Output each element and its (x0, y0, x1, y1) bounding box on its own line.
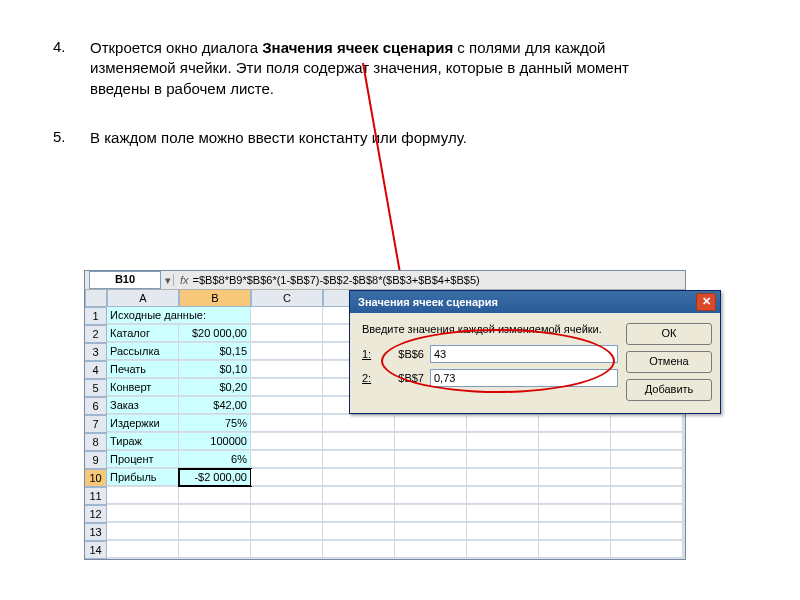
cell-A10[interactable]: Прибыль (107, 469, 179, 486)
cell-A6[interactable]: Заказ (107, 397, 179, 414)
cell-H10[interactable] (611, 469, 683, 486)
cell-B6[interactable]: $42,00 (179, 397, 251, 414)
cell-C1[interactable] (251, 307, 323, 324)
row-11[interactable]: 11 (85, 487, 107, 505)
cell-D10[interactable] (323, 469, 395, 486)
cell-B12[interactable] (179, 505, 251, 522)
cell-H9[interactable] (611, 451, 683, 468)
cell-A7[interactable]: Издержки (107, 415, 179, 432)
cell-A12[interactable] (107, 505, 179, 522)
cell-A8[interactable]: Тираж (107, 433, 179, 450)
row-1[interactable]: 1 (85, 307, 107, 325)
cell-A3[interactable]: Рассылка (107, 343, 179, 360)
cell-F12[interactable] (467, 505, 539, 522)
cell-C2[interactable] (251, 325, 323, 342)
cell-E7[interactable] (395, 415, 467, 432)
row-12[interactable]: 12 (85, 505, 107, 523)
cell-G7[interactable] (539, 415, 611, 432)
row-13[interactable]: 13 (85, 523, 107, 541)
cell-G10[interactable] (539, 469, 611, 486)
cell-C5[interactable] (251, 379, 323, 396)
row-2[interactable]: 2 (85, 325, 107, 343)
cell-E10[interactable] (395, 469, 467, 486)
cell-D12[interactable] (323, 505, 395, 522)
cell-B5[interactable]: $0,20 (179, 379, 251, 396)
formula-field[interactable]: fx =$B$8*B9*$B$6*(1-$B$7)-$B$2-$B$8*($B$… (173, 274, 685, 286)
cell-B3[interactable]: $0,15 (179, 343, 251, 360)
cell-A5[interactable]: Конверт (107, 379, 179, 396)
dialog-titlebar[interactable]: Значения ячеек сценария ✕ (350, 291, 720, 313)
cell-B2[interactable]: $20 000,00 (179, 325, 251, 342)
col-B[interactable]: B (179, 290, 251, 307)
cell-C9[interactable] (251, 451, 323, 468)
cell-E13[interactable] (395, 523, 467, 540)
cell-C13[interactable] (251, 523, 323, 540)
cell-C10[interactable] (251, 469, 323, 486)
name-box[interactable]: B10 (89, 271, 161, 289)
cell-D11[interactable] (323, 487, 395, 504)
cell-A2[interactable]: Каталог (107, 325, 179, 342)
cell-B7[interactable]: 75% (179, 415, 251, 432)
cell-E9[interactable] (395, 451, 467, 468)
col-A[interactable]: A (107, 290, 179, 307)
cell-E12[interactable] (395, 505, 467, 522)
row-8[interactable]: 8 (85, 433, 107, 451)
cell-C7[interactable] (251, 415, 323, 432)
cell-F10[interactable] (467, 469, 539, 486)
ok-button[interactable]: ОК (626, 323, 712, 345)
cell-D9[interactable] (323, 451, 395, 468)
cell-A11[interactable] (107, 487, 179, 504)
cell-B9[interactable]: 6% (179, 451, 251, 468)
cell-D14[interactable] (323, 541, 395, 558)
cell-F11[interactable] (467, 487, 539, 504)
cell-G13[interactable] (539, 523, 611, 540)
row1-input[interactable] (430, 345, 618, 363)
row-14[interactable]: 14 (85, 541, 107, 559)
row-10[interactable]: 10 (85, 469, 107, 487)
cell-C4[interactable] (251, 361, 323, 378)
cell-A13[interactable] (107, 523, 179, 540)
cancel-button[interactable]: Отмена (626, 351, 712, 373)
cell-B14[interactable] (179, 541, 251, 558)
cell-F14[interactable] (467, 541, 539, 558)
corner-cell[interactable] (85, 290, 107, 307)
cell-H14[interactable] (611, 541, 683, 558)
cell-B4[interactable]: $0,10 (179, 361, 251, 378)
dropdown-icon[interactable]: ▾ (163, 274, 173, 287)
cell-B13[interactable] (179, 523, 251, 540)
cell-C14[interactable] (251, 541, 323, 558)
cell-A9[interactable]: Процент (107, 451, 179, 468)
cell-F13[interactable] (467, 523, 539, 540)
cell-A14[interactable] (107, 541, 179, 558)
cell-D8[interactable] (323, 433, 395, 450)
cell-H8[interactable] (611, 433, 683, 450)
cell-H11[interactable] (611, 487, 683, 504)
cell-G12[interactable] (539, 505, 611, 522)
cell-G14[interactable] (539, 541, 611, 558)
row-7[interactable]: 7 (85, 415, 107, 433)
cell-C12[interactable] (251, 505, 323, 522)
cell-F8[interactable] (467, 433, 539, 450)
cell-H13[interactable] (611, 523, 683, 540)
cell-D13[interactable] (323, 523, 395, 540)
cell-F7[interactable] (467, 415, 539, 432)
cell-H12[interactable] (611, 505, 683, 522)
row-4[interactable]: 4 (85, 361, 107, 379)
col-C[interactable]: C (251, 290, 323, 307)
cell-E14[interactable] (395, 541, 467, 558)
cell-B11[interactable] (179, 487, 251, 504)
cell-D7[interactable] (323, 415, 395, 432)
cell-A4[interactable]: Печать (107, 361, 179, 378)
cell-C3[interactable] (251, 343, 323, 360)
cell-G8[interactable] (539, 433, 611, 450)
row-3[interactable]: 3 (85, 343, 107, 361)
fx-icon[interactable]: fx (180, 274, 189, 286)
cell-B10[interactable]: -$2 000,00 (179, 469, 251, 486)
cell-E11[interactable] (395, 487, 467, 504)
cell-E8[interactable] (395, 433, 467, 450)
close-icon[interactable]: ✕ (696, 293, 716, 311)
cell-C8[interactable] (251, 433, 323, 450)
row-9[interactable]: 9 (85, 451, 107, 469)
cell-C6[interactable] (251, 397, 323, 414)
cell-H7[interactable] (611, 415, 683, 432)
